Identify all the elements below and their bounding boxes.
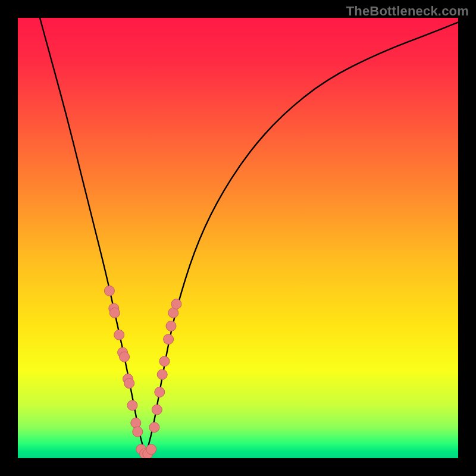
highlight-dot: [124, 378, 134, 389]
chart-svg: [18, 18, 458, 458]
highlight-dot: [109, 308, 120, 318]
highlight-dot: [159, 356, 170, 367]
highlight-dot: [127, 400, 137, 411]
highlight-dot: [152, 405, 162, 415]
highlight-dot: [133, 427, 143, 437]
highlight-dot: [146, 444, 156, 455]
highlight-dot: [155, 387, 165, 397]
highlight-dot: [114, 330, 124, 340]
highlight-dot: [104, 286, 114, 296]
highlight-dot: [149, 422, 159, 433]
highlight-dot: [171, 299, 181, 309]
bottleneck-curve: [40, 18, 458, 450]
highlight-dot: [164, 334, 174, 345]
highlight-dot: [131, 418, 141, 428]
plot-area: [18, 18, 458, 458]
highlight-dot: [157, 369, 167, 380]
highlight-dots-group: [104, 286, 181, 458]
outer-frame: TheBottleneck.com: [0, 0, 476, 476]
highlight-dot: [166, 321, 176, 331]
watermark-text: TheBottleneck.com: [346, 4, 469, 19]
highlight-dot: [120, 352, 130, 362]
